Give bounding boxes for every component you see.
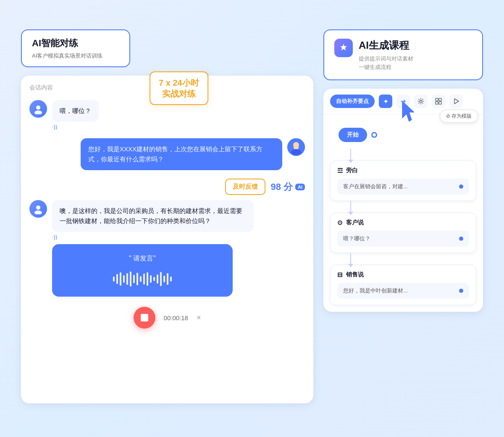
stop-icon <box>141 314 148 321</box>
score-row: 及时反馈 98 分 AI <box>29 179 305 195</box>
voice-input-area: " 请发言" <box>52 244 233 297</box>
ai-subtitle: AI客户模拟真实场景对话训练 <box>32 52 119 60</box>
narration-content[interactable]: 客户在展销会留咨，对建... <box>337 179 469 195</box>
narration-node: ☲ 旁白 客户在展销会留咨，对建... <box>330 161 476 201</box>
sales-node-dot <box>459 289 463 293</box>
score-badge: 98 分 AI <box>270 181 305 193</box>
play-icon-button[interactable] <box>449 95 463 108</box>
message-bubble-3: 噢，是这样的，我是公司的采购员，有长期的建材需求，最近需要一批钢铁建材，能给我介… <box>52 200 254 232</box>
narration-title: 旁白 <box>346 167 358 174</box>
svg-point-7 <box>34 211 42 214</box>
message-text-1: 喂，哪位？ <box>60 107 91 114</box>
sales-node-title: 销售说 <box>346 271 364 279</box>
center-badge-line2: 实战对练 <box>159 88 199 99</box>
message-bubble-2: 您好，我是XXXX建材的销售，上次您在展销会上留下了联系方式，你最近有什么需求吗… <box>81 138 282 170</box>
sound-icon-2: ·)) <box>52 234 254 240</box>
ai-course-text: AI生成课程 提供提示词与对话素材 一键生成流程 <box>359 39 413 71</box>
cursor-indicator <box>399 101 420 128</box>
record-controls: 00:00:18 × <box>29 307 305 329</box>
narration-icon: ☲ <box>337 167 343 174</box>
sales-node-content[interactable]: 您好，我是中叶创新建材... <box>337 283 469 299</box>
svg-rect-5 <box>294 146 299 149</box>
center-badge: 7 x 24小时 实战对练 <box>150 71 208 105</box>
svg-rect-12 <box>439 102 441 104</box>
customer-node: ⊙ 客户说 喂？哪位？ <box>330 213 476 253</box>
save-template-button[interactable]: ⊘ 存为模版 <box>440 110 478 123</box>
customer-node-text: 喂？哪位？ <box>343 235 370 242</box>
feedback-badge: 及时反馈 <box>225 179 265 195</box>
ai-course-subtitle-2: 一键生成流程 <box>359 64 391 70</box>
ai-course-icon <box>334 39 353 57</box>
main-container: AI智能对练 AI客户模拟真实场景对话训练 7 x 24小时 实战对练 会话内容 <box>21 17 483 420</box>
svg-rect-9 <box>436 98 438 101</box>
ai-title-card: AI智能对练 AI客户模拟真实场景对话训练 <box>21 29 130 67</box>
sales-node: ⊟ 销售说 您好，我是中叶创新建材... <box>330 265 476 305</box>
svg-point-4 <box>291 149 301 155</box>
customer-node-dot <box>459 237 463 241</box>
customer-node-content[interactable]: 喂？哪位？ <box>337 231 469 247</box>
flow-line-3 <box>350 253 351 265</box>
score-text: 98 分 <box>270 181 293 193</box>
close-button[interactable]: × <box>197 313 201 322</box>
flow-line-2 <box>350 201 351 213</box>
ai-course-title: AI生成课程 <box>359 39 413 52</box>
narration-text: 客户在展销会留咨，对建... <box>343 183 408 190</box>
waveform <box>113 271 172 287</box>
star-icon-button[interactable]: ✦ <box>379 95 392 108</box>
sales-node-icon: ⊟ <box>337 271 343 279</box>
grid-icon-button[interactable] <box>432 95 445 108</box>
svg-marker-13 <box>454 99 459 104</box>
customer-avatar-2 <box>29 200 47 218</box>
customer-node-icon: ⊙ <box>337 219 343 226</box>
sales-avatar <box>287 138 305 156</box>
customer-node-title: 客户说 <box>346 219 364 226</box>
svg-point-0 <box>36 105 40 110</box>
svg-rect-11 <box>436 102 438 104</box>
customer-avatar-1 <box>29 100 47 118</box>
ai-title: AI智能对练 <box>32 37 119 50</box>
center-badge-line1: 7 x 24小时 <box>159 77 199 88</box>
flow-panel: 自动补齐要点 ✦ <box>323 89 483 312</box>
message-bubble-1: 喂，哪位？ <box>52 100 99 122</box>
flow-content: 开始 ☲ 旁白 客户在展销会留咨，对建... <box>323 121 483 312</box>
left-panel: AI智能对练 AI客户模拟真实场景对话训练 7 x 24小时 实战对练 会话内容 <box>21 29 313 403</box>
svg-rect-10 <box>439 98 441 101</box>
svg-point-1 <box>34 111 42 114</box>
auto-fill-button[interactable]: 自动补齐要点 <box>330 95 375 108</box>
ai-course-subtitle-1: 提供提示词与对话素材 <box>359 55 413 62</box>
flow-line-1 <box>350 149 351 161</box>
start-button[interactable]: 开始 <box>339 128 367 142</box>
svg-point-8 <box>420 100 422 103</box>
chat-panel: 会话内容 喂，哪位？ ·)) <box>21 76 313 403</box>
right-panel: AI生成课程 提供提示词与对话素材 一键生成流程 自动补齐要点 ✦ <box>323 29 483 312</box>
timer-display: 00:00:18 <box>164 314 188 321</box>
chat-message-2: 您好，我是XXXX建材的销售，上次您在展销会上留下了联系方式，你最近有什么需求吗… <box>29 138 305 170</box>
narration-header: ☲ 旁白 <box>337 167 469 174</box>
sound-icon-1: ·)) <box>52 124 99 130</box>
svg-marker-14 <box>402 101 414 121</box>
ai-tag: AI <box>295 184 305 190</box>
sales-header: ⊟ 销售说 <box>337 271 469 279</box>
ai-course-card: AI生成课程 提供提示词与对话素材 一键生成流程 <box>323 29 483 80</box>
input-placeholder: " 请发言" <box>129 254 156 263</box>
record-button[interactable] <box>134 307 155 329</box>
narration-dot <box>459 184 463 189</box>
svg-point-6 <box>36 205 40 210</box>
chat-message-3: 噢，是这样的，我是公司的采购员，有长期的建材需求，最近需要一批钢铁建材，能给我介… <box>29 200 305 297</box>
start-dot <box>371 132 377 138</box>
message-text-3: 噢，是这样的，我是公司的采购员，有长期的建材需求，最近需要一批钢铁建材，能给我介… <box>60 207 242 224</box>
customer-header: ⊙ 客户说 <box>337 219 469 226</box>
sales-node-text: 您好，我是中叶创新建材... <box>343 287 408 295</box>
start-node: 开始 <box>339 128 476 142</box>
